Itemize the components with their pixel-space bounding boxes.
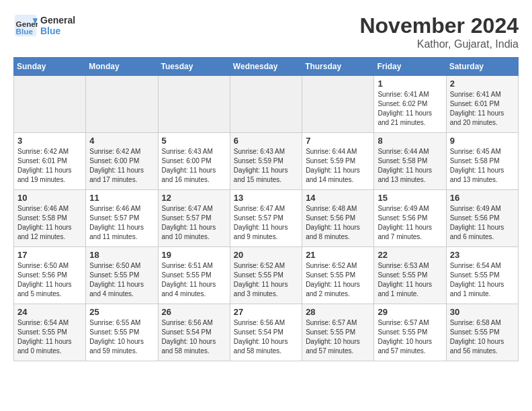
calendar-cell: 25Sunrise: 6:55 AM Sunset: 5:55 PM Dayli… — [86, 304, 158, 361]
day-number: 11 — [89, 193, 154, 203]
day-number: 21 — [306, 250, 370, 260]
month-title: November 2024 — [359, 13, 519, 38]
day-number: 3 — [17, 136, 82, 146]
day-number: 14 — [306, 193, 370, 203]
calendar-cell: 8Sunrise: 6:44 AM Sunset: 5:58 PM Daylig… — [374, 133, 446, 190]
weekday-header-saturday: Saturday — [446, 58, 518, 76]
day-number: 19 — [162, 250, 226, 260]
calendar-cell: 28Sunrise: 6:57 AM Sunset: 5:55 PM Dayli… — [302, 304, 374, 361]
calendar-cell: 30Sunrise: 6:58 AM Sunset: 5:55 PM Dayli… — [446, 304, 518, 361]
day-info: Sunrise: 6:46 AM Sunset: 5:57 PM Dayligh… — [89, 204, 154, 242]
page-header: General Blue General Blue November 2024 … — [13, 13, 519, 50]
day-info: Sunrise: 6:48 AM Sunset: 5:56 PM Dayligh… — [306, 204, 370, 242]
day-number: 27 — [234, 307, 298, 317]
svg-text:Blue: Blue — [16, 27, 34, 36]
day-info: Sunrise: 6:43 AM Sunset: 5:59 PM Dayligh… — [234, 147, 298, 185]
calendar-cell: 4Sunrise: 6:42 AM Sunset: 6:00 PM Daylig… — [86, 133, 158, 190]
day-info: Sunrise: 6:57 AM Sunset: 5:55 PM Dayligh… — [306, 318, 370, 356]
calendar-week-2: 3Sunrise: 6:42 AM Sunset: 6:01 PM Daylig… — [14, 133, 519, 190]
calendar-cell: 7Sunrise: 6:44 AM Sunset: 5:59 PM Daylig… — [302, 133, 374, 190]
day-info: Sunrise: 6:49 AM Sunset: 5:56 PM Dayligh… — [450, 204, 515, 242]
calendar-week-5: 24Sunrise: 6:54 AM Sunset: 5:55 PM Dayli… — [14, 304, 519, 361]
weekday-header-monday: Monday — [86, 58, 158, 76]
calendar-cell: 10Sunrise: 6:46 AM Sunset: 5:58 PM Dayli… — [14, 190, 86, 247]
calendar-cell: 11Sunrise: 6:46 AM Sunset: 5:57 PM Dayli… — [86, 190, 158, 247]
day-number: 16 — [450, 193, 515, 203]
day-info: Sunrise: 6:44 AM Sunset: 5:58 PM Dayligh… — [378, 147, 442, 185]
calendar-cell: 9Sunrise: 6:45 AM Sunset: 5:58 PM Daylig… — [446, 133, 518, 190]
calendar-table: SundayMondayTuesdayWednesdayThursdayFrid… — [13, 57, 519, 361]
calendar-cell: 26Sunrise: 6:56 AM Sunset: 5:54 PM Dayli… — [158, 304, 230, 361]
day-info: Sunrise: 6:41 AM Sunset: 6:02 PM Dayligh… — [378, 90, 442, 128]
calendar-cell: 16Sunrise: 6:49 AM Sunset: 5:56 PM Dayli… — [446, 190, 518, 247]
calendar-cell: 21Sunrise: 6:52 AM Sunset: 5:55 PM Dayli… — [302, 247, 374, 304]
calendar-week-3: 10Sunrise: 6:46 AM Sunset: 5:58 PM Dayli… — [14, 190, 519, 247]
calendar-cell: 3Sunrise: 6:42 AM Sunset: 6:01 PM Daylig… — [14, 133, 86, 190]
day-number: 13 — [234, 193, 298, 203]
day-info: Sunrise: 6:45 AM Sunset: 5:58 PM Dayligh… — [450, 147, 515, 185]
day-info: Sunrise: 6:43 AM Sunset: 6:00 PM Dayligh… — [162, 147, 226, 185]
day-info: Sunrise: 6:57 AM Sunset: 5:55 PM Dayligh… — [378, 318, 442, 356]
day-number: 7 — [306, 136, 370, 146]
calendar-week-1: 1Sunrise: 6:41 AM Sunset: 6:02 PM Daylig… — [14, 76, 519, 133]
calendar-cell — [302, 76, 374, 133]
weekday-header-tuesday: Tuesday — [158, 58, 230, 76]
day-number: 23 — [450, 250, 515, 260]
calendar-cell: 17Sunrise: 6:50 AM Sunset: 5:56 PM Dayli… — [14, 247, 86, 304]
calendar-cell: 1Sunrise: 6:41 AM Sunset: 6:02 PM Daylig… — [374, 76, 446, 133]
calendar-cell: 29Sunrise: 6:57 AM Sunset: 5:55 PM Dayli… — [374, 304, 446, 361]
day-number: 26 — [162, 307, 226, 317]
day-info: Sunrise: 6:50 AM Sunset: 5:56 PM Dayligh… — [17, 261, 82, 299]
day-number: 28 — [306, 307, 370, 317]
calendar-cell — [158, 76, 230, 133]
day-number: 4 — [89, 136, 154, 146]
weekday-header-sunday: Sunday — [14, 58, 86, 76]
day-info: Sunrise: 6:49 AM Sunset: 5:56 PM Dayligh… — [378, 204, 442, 242]
day-number: 2 — [450, 79, 515, 89]
calendar-cell: 2Sunrise: 6:41 AM Sunset: 6:01 PM Daylig… — [446, 76, 518, 133]
day-info: Sunrise: 6:54 AM Sunset: 5:55 PM Dayligh… — [17, 318, 82, 356]
calendar-cell — [230, 76, 302, 133]
calendar-cell: 20Sunrise: 6:52 AM Sunset: 5:55 PM Dayli… — [230, 247, 302, 304]
day-info: Sunrise: 6:47 AM Sunset: 5:57 PM Dayligh… — [162, 204, 226, 242]
day-number: 12 — [162, 193, 226, 203]
day-info: Sunrise: 6:42 AM Sunset: 6:00 PM Dayligh… — [89, 147, 154, 185]
calendar-cell: 23Sunrise: 6:54 AM Sunset: 5:55 PM Dayli… — [446, 247, 518, 304]
day-info: Sunrise: 6:53 AM Sunset: 5:55 PM Dayligh… — [378, 261, 442, 299]
calendar-cell: 24Sunrise: 6:54 AM Sunset: 5:55 PM Dayli… — [14, 304, 86, 361]
logo-icon: General Blue — [13, 13, 38, 38]
calendar-cell: 12Sunrise: 6:47 AM Sunset: 5:57 PM Dayli… — [158, 190, 230, 247]
day-info: Sunrise: 6:46 AM Sunset: 5:58 PM Dayligh… — [17, 204, 82, 242]
day-info: Sunrise: 6:56 AM Sunset: 5:54 PM Dayligh… — [162, 318, 226, 356]
day-info: Sunrise: 6:51 AM Sunset: 5:55 PM Dayligh… — [162, 261, 226, 299]
calendar-week-4: 17Sunrise: 6:50 AM Sunset: 5:56 PM Dayli… — [14, 247, 519, 304]
calendar-cell: 6Sunrise: 6:43 AM Sunset: 5:59 PM Daylig… — [230, 133, 302, 190]
calendar-cell: 14Sunrise: 6:48 AM Sunset: 5:56 PM Dayli… — [302, 190, 374, 247]
calendar-cell: 27Sunrise: 6:56 AM Sunset: 5:54 PM Dayli… — [230, 304, 302, 361]
day-number: 1 — [378, 79, 442, 89]
logo-general: General — [40, 15, 75, 26]
day-info: Sunrise: 6:41 AM Sunset: 6:01 PM Dayligh… — [450, 90, 515, 128]
day-number: 29 — [378, 307, 442, 317]
location: Kathor, Gujarat, India — [359, 38, 519, 50]
day-number: 24 — [17, 307, 82, 317]
day-info: Sunrise: 6:56 AM Sunset: 5:54 PM Dayligh… — [234, 318, 298, 356]
calendar-cell — [86, 76, 158, 133]
day-number: 10 — [17, 193, 82, 203]
logo: General Blue General Blue — [13, 13, 75, 38]
day-info: Sunrise: 6:44 AM Sunset: 5:59 PM Dayligh… — [306, 147, 370, 185]
day-info: Sunrise: 6:42 AM Sunset: 6:01 PM Dayligh… — [17, 147, 82, 185]
day-number: 9 — [450, 136, 515, 146]
calendar-cell: 13Sunrise: 6:47 AM Sunset: 5:57 PM Dayli… — [230, 190, 302, 247]
day-number: 5 — [162, 136, 226, 146]
weekday-header-wednesday: Wednesday — [230, 58, 302, 76]
weekday-header-thursday: Thursday — [302, 58, 374, 76]
day-number: 15 — [378, 193, 442, 203]
day-info: Sunrise: 6:47 AM Sunset: 5:57 PM Dayligh… — [234, 204, 298, 242]
day-info: Sunrise: 6:52 AM Sunset: 5:55 PM Dayligh… — [234, 261, 298, 299]
day-info: Sunrise: 6:54 AM Sunset: 5:55 PM Dayligh… — [450, 261, 515, 299]
day-number: 18 — [89, 250, 154, 260]
weekday-header-friday: Friday — [374, 58, 446, 76]
day-info: Sunrise: 6:50 AM Sunset: 5:55 PM Dayligh… — [89, 261, 154, 299]
day-info: Sunrise: 6:52 AM Sunset: 5:55 PM Dayligh… — [306, 261, 370, 299]
